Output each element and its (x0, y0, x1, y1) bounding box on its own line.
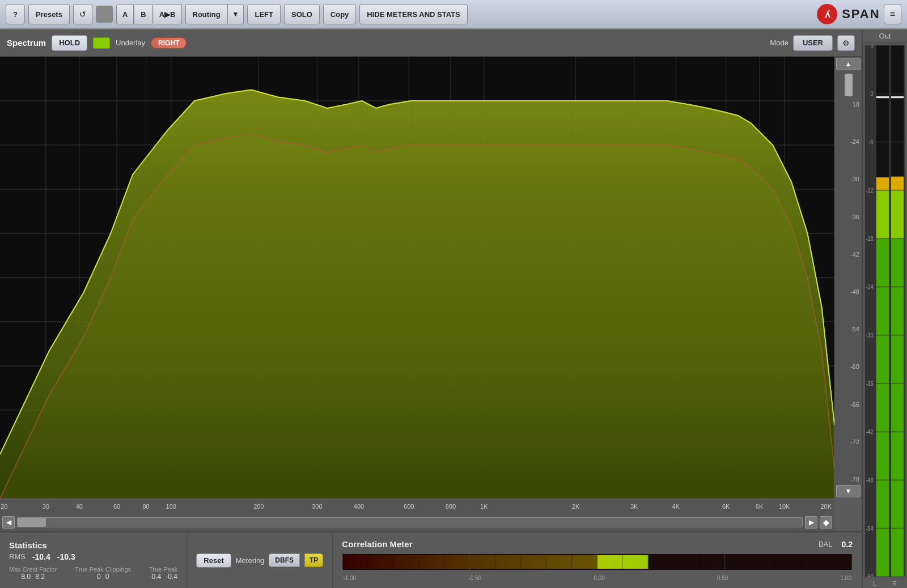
db-scroll-up[interactable]: ▲ (836, 58, 861, 70)
spectrum-header: Spectrum HOLD Underlay RIGHT Mode USER ⚙ (0, 29, 862, 57)
help-button[interactable]: ? (6, 4, 25, 24)
db-labels: -18 -24 -30 -36 -42 -48 -54 -60 -66 -72 … (835, 99, 862, 485)
db-val-42: -42 (837, 251, 859, 258)
db-val-36: -36 (837, 214, 859, 220)
gear-button[interactable]: ⚙ (837, 35, 855, 51)
rms-right-value: -10.3 (57, 552, 75, 561)
max-crest-left: 8.0 (21, 573, 31, 581)
tp-button[interactable]: TP (304, 553, 323, 567)
spectrum-body: ▲ -18 -24 -30 -36 -42 -48 -54 -60 -66 -7… (0, 57, 862, 498)
spectrum-title: Spectrum (7, 38, 46, 48)
correlation-title: Correlation Meter (342, 539, 412, 549)
dbfs-button[interactable]: DBFS (269, 553, 300, 567)
freq-800: 800 (446, 503, 456, 510)
a-button[interactable]: A (116, 4, 134, 24)
menu-button[interactable]: ≡ (884, 4, 901, 24)
stats-details: Max Crest Factor 8.0 8.2 True Peak Clipp… (9, 566, 177, 581)
reset-button[interactable]: ↺ (73, 4, 92, 24)
corr-label-neg05: -0.50 (468, 575, 481, 581)
gray-indicator (96, 6, 113, 23)
freq-2k: 2K (572, 503, 579, 510)
vu-section: Out L R (862, 29, 907, 588)
db-val-48: -48 (837, 288, 859, 295)
vu-r-label: R (892, 580, 897, 587)
freq-1k: 1K (480, 503, 488, 510)
freq-axis: 20 30 40 60 80 100 200 300 400 600 800 1… (0, 498, 834, 513)
green-indicator[interactable] (93, 37, 110, 49)
freq-600: 600 (404, 503, 414, 510)
toolbar: ? Presets ↺ A B A▶B Routing ▼ LEFT SOLO … (0, 0, 907, 29)
routing-group: Routing ▼ (185, 4, 244, 24)
ab-button[interactable]: A▶B (154, 4, 182, 24)
freq-200: 200 (253, 503, 264, 510)
max-crest-label: Max Crest Factor (9, 566, 57, 573)
routing-button[interactable]: Routing (185, 4, 228, 24)
freq-300: 300 (312, 503, 322, 510)
ab-group: A B A▶B (116, 4, 182, 24)
corr-label-neg1: -1.00 (343, 575, 356, 581)
true-peak-clip-left: 0 (97, 573, 101, 581)
bal-value: 0.2 (842, 540, 853, 549)
true-peak-left: -0.4 (149, 573, 161, 581)
routing-dropdown[interactable]: ▼ (228, 4, 244, 24)
freq-400: 400 (354, 503, 364, 510)
scroll-thumb-area[interactable] (17, 517, 803, 527)
reset-button[interactable]: Reset (196, 553, 231, 568)
scroll-left-button[interactable]: ◀ (2, 516, 15, 529)
db-scroll-down[interactable]: ▼ (836, 485, 861, 497)
statistics-section: Statistics RMS -10.4 -10.3 Max Crest Fac… (0, 532, 187, 588)
mode-section: Mode USER ⚙ (770, 35, 855, 51)
correlation-header: Correlation Meter BAL 0.2 (342, 539, 853, 549)
b-button[interactable]: B (135, 4, 152, 24)
max-crest-group: Max Crest Factor 8.0 8.2 (9, 566, 57, 581)
underlay-label: Underlay (116, 39, 145, 47)
metering-row: Reset Metering DBFS TP (196, 553, 323, 568)
scroll-right-button[interactable]: ▶ (805, 516, 817, 529)
copy-button[interactable]: Copy (323, 4, 357, 24)
corr-label-0: 0.00 (594, 575, 604, 581)
scroll-diamond-button[interactable]: ◆ (820, 516, 832, 529)
hide-meters-button[interactable]: HIDE METERS AND STATS (359, 4, 467, 24)
freq-80: 80 (142, 503, 149, 510)
true-peak-clips-group: True Peak Clippings 0 0 (75, 566, 131, 581)
freq-20k: 20K (820, 503, 832, 510)
freq-60: 60 (113, 503, 120, 510)
max-crest-right: 8.2 (35, 573, 45, 581)
bal-label: BAL (819, 540, 833, 548)
db-thumb[interactable] (845, 74, 853, 96)
scroll-thumb (18, 518, 46, 527)
rms-label: RMS (9, 552, 26, 561)
freq-4k: 4K (672, 503, 680, 510)
freq-3k: 3K (630, 503, 638, 510)
presets-button[interactable]: Presets (28, 4, 70, 24)
true-peak-right: -0.4 (166, 573, 177, 581)
db-panel: ▲ -18 -24 -30 -36 -42 -48 -54 -60 -66 -7… (834, 57, 862, 498)
db-val-72: -72 (837, 438, 859, 445)
db-val-30: -30 (837, 176, 859, 182)
correlation-labels: -1.00 -0.50 0.00 0.50 1.00 (342, 575, 853, 581)
freq-8k: 8K (756, 503, 763, 510)
right-indicator[interactable]: RIGHT (151, 37, 187, 49)
correlation-meter (342, 553, 853, 570)
logo-icon: ʎ (817, 4, 837, 24)
true-peak-label: True Peak (149, 566, 177, 573)
solo-button[interactable]: SOLO (284, 4, 320, 24)
mode-label: Mode (770, 39, 789, 47)
metering-section: Reset Metering DBFS TP (187, 532, 333, 588)
db-val-18: -18 (837, 101, 859, 108)
user-mode-button[interactable]: USER (793, 35, 833, 51)
db-val-66: -66 (837, 401, 859, 408)
true-peak-clip-right: 0 (105, 573, 109, 581)
hold-button[interactable]: HOLD (52, 35, 87, 51)
logo-text: SPAN (842, 7, 880, 22)
rms-row: RMS -10.4 -10.3 (9, 552, 177, 561)
true-peak-group: True Peak -0.4 -0.4 (149, 566, 177, 581)
vu-out-label: Out (863, 29, 907, 43)
corr-label-05: 0.50 (717, 575, 728, 581)
db-val-54: -54 (837, 326, 859, 333)
left-button[interactable]: LEFT (247, 4, 281, 24)
db-val-24: -24 (837, 138, 859, 145)
vu-lr-labels: L R (863, 579, 907, 588)
true-peak-clip-label: True Peak Clippings (75, 566, 131, 573)
vu-l-label: L (873, 580, 876, 587)
